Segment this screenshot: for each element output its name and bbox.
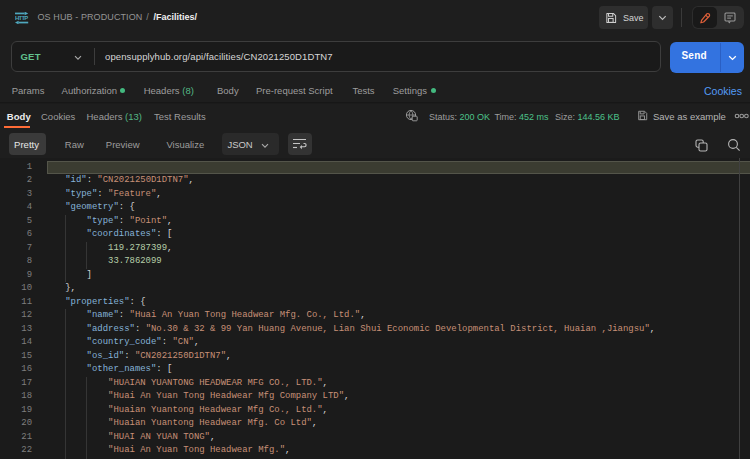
svg-text:HTTP: HTTP xyxy=(15,15,28,21)
